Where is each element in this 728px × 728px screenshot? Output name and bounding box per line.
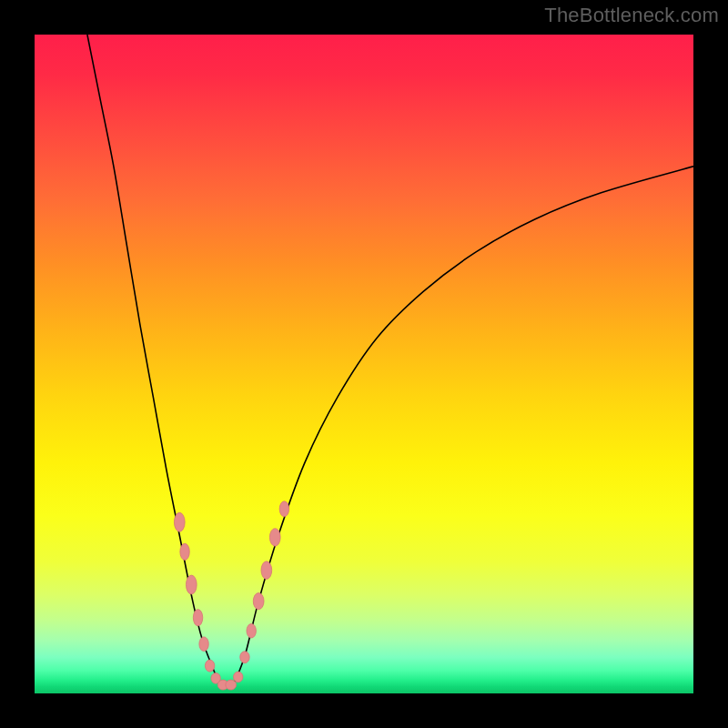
plot-area [35, 35, 693, 693]
data-marker [174, 512, 185, 531]
data-marker [180, 543, 189, 560]
data-marker [234, 672, 243, 682]
outer-frame: TheBottleneck.com [0, 0, 728, 728]
data-marker [247, 623, 256, 638]
data-marker [186, 575, 197, 594]
left-curve [87, 35, 217, 681]
data-marker [193, 610, 202, 626]
attribution-text: TheBottleneck.com [544, 4, 719, 27]
data-marker [269, 529, 280, 547]
chart-svg [35, 35, 693, 693]
data-marker [240, 652, 249, 663]
data-marker [226, 680, 237, 690]
right-curve [236, 167, 693, 681]
data-marker [261, 561, 272, 580]
data-marker [199, 637, 208, 652]
data-marker [253, 593, 264, 610]
data-marker [279, 501, 288, 517]
data-marker [205, 660, 214, 672]
